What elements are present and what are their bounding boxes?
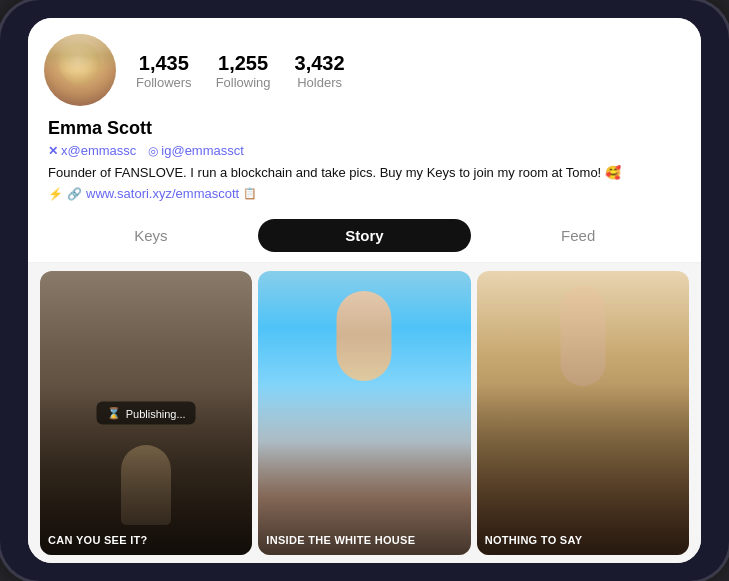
instagram-icon: ◎: [148, 144, 158, 158]
following-count: 1,255: [218, 51, 268, 75]
followers-label: Followers: [136, 75, 192, 90]
holders-count: 3,432: [295, 51, 345, 75]
story-item-3[interactable]: NOTHING TO SAY: [477, 271, 689, 555]
followers-stat: 1,435 Followers: [136, 51, 192, 90]
story-item-2-overlay: [258, 271, 470, 555]
story-item-2-title: INSIDE THE WHITE HOUSE: [266, 533, 462, 547]
publishing-badge: ⌛ Publishing...: [97, 402, 196, 425]
twitter-link[interactable]: ✕ x@emmassc: [48, 143, 136, 158]
stats-container: 1,435 Followers 1,255 Following 3,432 Ho…: [136, 51, 685, 90]
hourglass-icon: ⌛: [107, 407, 121, 420]
link-icon: 🔗: [67, 187, 82, 201]
story-item-1[interactable]: ⌛ Publishing... CAN YOU SEE IT?: [40, 271, 252, 555]
tabs-section: Keys Story Feed: [28, 209, 701, 263]
avatar[interactable]: [44, 34, 116, 106]
profile-name: Emma Scott: [48, 118, 681, 139]
profile-website-row: ⚡ 🔗 www.satori.xyz/emmascott 📋: [48, 186, 681, 201]
social-links: ✕ x@emmassc ◎ ig@emmassct: [48, 143, 681, 158]
publishing-text: Publishing...: [126, 407, 186, 419]
profile-bio: Founder of FANSLOVE. I run a blockchain …: [48, 164, 681, 182]
followers-count: 1,435: [139, 51, 189, 75]
story-item-3-overlay: [477, 271, 689, 555]
following-label: Following: [216, 75, 271, 90]
instagram-handle: ig@emmassct: [161, 143, 244, 158]
story-item-2[interactable]: INSIDE THE WHITE HOUSE: [258, 271, 470, 555]
x-icon: ✕: [48, 144, 58, 158]
story-item-3-title: NOTHING TO SAY: [485, 533, 681, 547]
tab-feed[interactable]: Feed: [471, 219, 685, 252]
tab-keys[interactable]: Keys: [44, 219, 258, 252]
following-stat: 1,255 Following: [216, 51, 271, 90]
instagram-link[interactable]: ◎ ig@emmassct: [148, 143, 244, 158]
twitter-handle: x@emmassc: [61, 143, 136, 158]
holders-label: Holders: [297, 75, 342, 90]
satori-icon: ⚡: [48, 187, 63, 201]
profile-header: 1,435 Followers 1,255 Following 3,432 Ho…: [44, 34, 685, 106]
copy-icon[interactable]: 📋: [243, 187, 257, 200]
content-grid: ⌛ Publishing... CAN YOU SEE IT? INSIDE T…: [28, 263, 701, 563]
phone-screen: 1,435 Followers 1,255 Following 3,432 Ho…: [28, 18, 701, 563]
story-item-1-title: CAN YOU SEE IT?: [48, 533, 244, 547]
holders-stat: 3,432 Holders: [295, 51, 345, 90]
tab-story[interactable]: Story: [258, 219, 472, 252]
website-link[interactable]: www.satori.xyz/emmascott: [86, 186, 239, 201]
profile-info: Emma Scott ✕ x@emmassc ◎ ig@emmassct Fou…: [44, 118, 685, 201]
phone-frame: 1,435 Followers 1,255 Following 3,432 Ho…: [0, 0, 729, 581]
profile-section: 1,435 Followers 1,255 Following 3,432 Ho…: [28, 18, 701, 209]
